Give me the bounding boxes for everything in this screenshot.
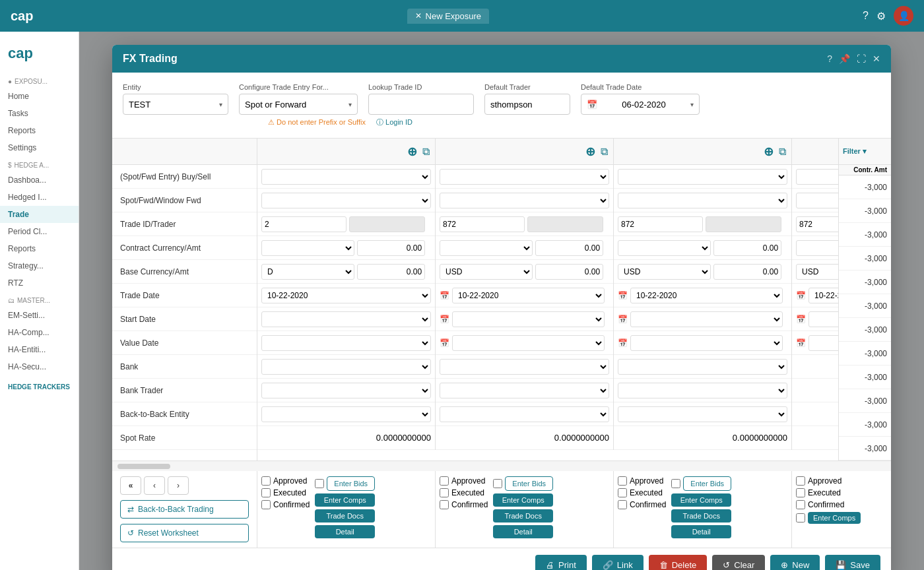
horizontal-scrollbar[interactable] bbox=[112, 460, 891, 471]
enter-comps-btn-4[interactable]: Enter Comps bbox=[808, 512, 861, 524]
select-1-base-cur[interactable]: D bbox=[261, 264, 354, 280]
select-4-tradedate[interactable]: 10-22-2020 bbox=[808, 288, 838, 303]
user-avatar[interactable]: 👤 bbox=[894, 6, 913, 26]
detail-btn-2[interactable]: Detail bbox=[493, 525, 553, 538]
checkbox-confirmed-2[interactable] bbox=[440, 500, 449, 509]
input-1-trader[interactable] bbox=[349, 216, 426, 232]
checkbox-enterbids-4[interactable] bbox=[796, 513, 805, 522]
select-1-contract-cur[interactable] bbox=[261, 240, 354, 256]
lookup-input[interactable] bbox=[368, 94, 474, 115]
input-1-base-amt[interactable] bbox=[357, 264, 425, 280]
select-3-spotfwd[interactable] bbox=[618, 193, 787, 208]
select-3-banktrader[interactable] bbox=[618, 383, 787, 398]
nav-next-btn[interactable]: › bbox=[168, 476, 189, 495]
select-2-tradedate[interactable]: 10-22-2020 bbox=[452, 288, 605, 303]
select-1-startdate[interactable] bbox=[261, 311, 431, 327]
col-copy-btn-1[interactable]: ⧉ bbox=[422, 146, 430, 158]
input-4-tradeid[interactable] bbox=[796, 216, 838, 232]
sidebar-item-dashboard[interactable]: Dashboa... bbox=[0, 172, 79, 189]
col-copy-btn-2[interactable]: ⧉ bbox=[601, 146, 608, 158]
select-3-valuedate[interactable] bbox=[630, 335, 783, 351]
input-2-trader[interactable] bbox=[527, 216, 604, 232]
sidebar-item-reports2[interactable]: Reports bbox=[0, 240, 79, 257]
dialog-close-icon[interactable]: ✕ bbox=[873, 53, 880, 64]
checkbox-approved-1[interactable] bbox=[261, 476, 271, 486]
checkbox-confirmed-4[interactable] bbox=[796, 500, 805, 509]
select-3-b2b[interactable] bbox=[618, 406, 787, 422]
input-3-contract-amt[interactable] bbox=[713, 240, 781, 256]
select-3-tradedate[interactable]: 10-22-2020 bbox=[630, 288, 783, 303]
input-1-tradeid[interactable] bbox=[261, 216, 346, 232]
b2b-trading-btn[interactable]: ⇄ Back-to-Back Trading bbox=[120, 500, 249, 519]
col-add-btn-3[interactable]: ⊕ bbox=[764, 144, 774, 159]
col-copy-btn-3[interactable]: ⧉ bbox=[779, 146, 786, 158]
select-4-valuedate[interactable] bbox=[808, 335, 838, 351]
reset-worksheet-btn[interactable]: ↺ Reset Worksheet bbox=[120, 524, 249, 542]
sidebar-item-reports[interactable]: Reports bbox=[0, 122, 79, 139]
filter-button[interactable]: Filter ▾ bbox=[843, 147, 867, 156]
sidebar-item-hedged[interactable]: Hedged I... bbox=[0, 189, 79, 206]
select-2-banktrader[interactable] bbox=[440, 383, 609, 398]
checkbox-approved-4[interactable] bbox=[796, 476, 805, 486]
sidebar-item-ha-ent[interactable]: HA-Entiti... bbox=[0, 341, 79, 358]
input-3-tradeid[interactable] bbox=[618, 216, 703, 232]
scroll-thumb[interactable] bbox=[117, 464, 170, 469]
sidebar-item-trade[interactable]: Trade bbox=[0, 206, 79, 223]
select-1-tradedate[interactable]: 10-22-2020 bbox=[261, 288, 431, 303]
sidebar-item-period[interactable]: Period Cl... bbox=[0, 223, 79, 240]
col-add-btn-2[interactable]: ⊕ bbox=[585, 144, 595, 159]
help-icon[interactable]: ? bbox=[863, 10, 869, 22]
select-4-buysell[interactable] bbox=[796, 169, 838, 185]
sidebar-item-home[interactable]: Home bbox=[0, 88, 79, 105]
new-exposure-tab[interactable]: ✕ New Exposure bbox=[407, 9, 490, 24]
tab-close-icon[interactable]: ✕ bbox=[415, 11, 422, 20]
trader-input[interactable]: sthompson bbox=[484, 94, 570, 115]
detail-btn-1[interactable]: Detail bbox=[315, 525, 375, 538]
checkbox-enterbids-1[interactable] bbox=[315, 479, 324, 488]
sidebar-item-settings[interactable]: Settings bbox=[0, 139, 79, 156]
select-1-spotfwd[interactable] bbox=[261, 193, 431, 208]
checkbox-approved-3[interactable] bbox=[618, 476, 627, 486]
checkbox-executed-1[interactable] bbox=[261, 488, 271, 497]
select-1-bank[interactable] bbox=[261, 359, 431, 375]
trade-docs-btn-2[interactable]: Trade Docs bbox=[493, 509, 553, 522]
select-2-valuedate[interactable] bbox=[452, 335, 605, 351]
enter-comps-btn-1[interactable]: Enter Comps bbox=[315, 493, 375, 507]
trade-docs-btn-3[interactable]: Trade Docs bbox=[671, 509, 731, 522]
checkbox-approved-2[interactable] bbox=[440, 476, 449, 486]
trade-docs-btn-1[interactable]: Trade Docs bbox=[315, 509, 375, 522]
nav-prev-btn[interactable]: ‹ bbox=[144, 476, 165, 495]
print-btn[interactable]: 🖨 Print bbox=[535, 555, 587, 570]
select-2-b2b[interactable] bbox=[440, 406, 609, 422]
checkbox-confirmed-1[interactable] bbox=[261, 500, 271, 509]
select-1-banktrader[interactable] bbox=[261, 383, 431, 398]
input-3-trader[interactable] bbox=[706, 216, 782, 232]
settings-icon[interactable]: ⚙ bbox=[876, 10, 886, 22]
select-3-bank[interactable] bbox=[618, 359, 787, 375]
checkbox-executed-3[interactable] bbox=[618, 488, 627, 497]
select-3-startdate[interactable] bbox=[630, 311, 783, 327]
clear-btn[interactable]: ↺ Clear bbox=[712, 555, 765, 570]
dialog-help-icon[interactable]: ? bbox=[827, 53, 832, 64]
checkbox-executed-4[interactable] bbox=[796, 488, 805, 497]
select-2-startdate[interactable] bbox=[452, 311, 605, 327]
select-4-base-cur[interactable]: USD bbox=[796, 264, 838, 280]
select-2-contract-cur[interactable] bbox=[440, 240, 533, 256]
checkbox-confirmed-3[interactable] bbox=[618, 500, 627, 509]
nav-first-btn[interactable]: « bbox=[120, 476, 141, 495]
input-2-tradeid[interactable] bbox=[440, 216, 525, 232]
config-select[interactable]: Spot or Forward ▾ bbox=[239, 94, 358, 115]
input-2-contract-amt[interactable] bbox=[535, 240, 603, 256]
select-1-buysell[interactable] bbox=[261, 169, 431, 185]
dialog-pin-icon[interactable]: 📌 bbox=[839, 53, 850, 64]
select-3-buysell[interactable] bbox=[618, 169, 787, 185]
sidebar-item-em[interactable]: EM-Setti... bbox=[0, 307, 79, 324]
input-1-contract-amt[interactable] bbox=[357, 240, 425, 256]
save-btn[interactable]: 💾 Save bbox=[825, 555, 880, 570]
select-4-spotfwd[interactable] bbox=[796, 193, 838, 208]
trade-columns-scroll[interactable]: ⊕ ⧉ bbox=[257, 139, 838, 460]
checkbox-enterbids-3[interactable] bbox=[671, 479, 680, 488]
enter-bids-btn-2[interactable]: Enter Bids bbox=[505, 476, 553, 491]
link-btn[interactable]: 🔗 Link bbox=[592, 555, 644, 570]
sidebar-item-ha-comp[interactable]: HA-Comp... bbox=[0, 324, 79, 341]
